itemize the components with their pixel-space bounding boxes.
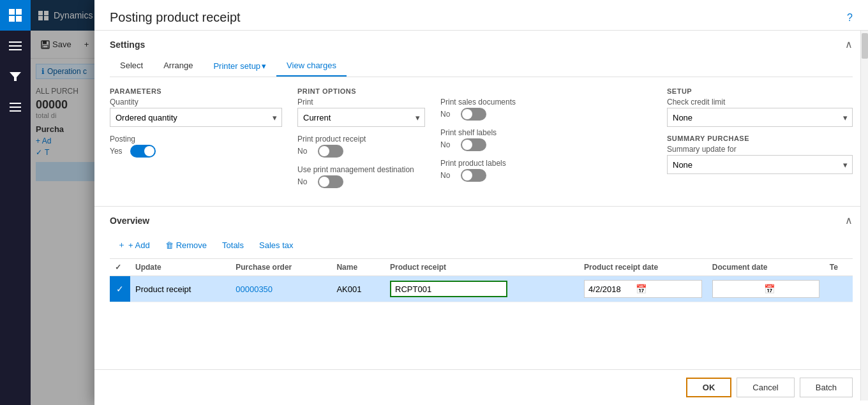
row-purchase-order[interactable]: 00000350 xyxy=(230,276,331,302)
posting-toggle-knob xyxy=(144,146,154,156)
settings-section: Settings ∧ Select Arrange Printer setup … xyxy=(94,31,868,207)
posting-field-row: Posting Yes xyxy=(110,135,282,158)
batch-button[interactable]: Batch xyxy=(800,378,853,397)
posting-field-label: Posting xyxy=(110,135,282,145)
remove-row-button[interactable]: 🗑 Remove xyxy=(158,237,214,253)
add-row-label: + Add xyxy=(128,240,150,250)
dialog-body: Settings ∧ Select Arrange Printer setup … xyxy=(94,31,868,369)
posting-toggle[interactable] xyxy=(130,145,156,158)
print-sales-toggle-row: No xyxy=(440,108,652,121)
print-select-wrapper[interactable]: Current After None xyxy=(297,108,425,127)
app-logo[interactable] xyxy=(0,0,31,31)
row-product-receipt-date-cell[interactable]: 📅 xyxy=(579,276,707,302)
overview-table: ✓ Update Purchase order Name Product rec… xyxy=(110,259,853,302)
svg-marker-7 xyxy=(10,72,21,81)
use-print-mgmt-toggle[interactable] xyxy=(318,175,343,188)
print-product-receipt-knob xyxy=(319,146,329,156)
product-receipt-date-input[interactable] xyxy=(588,284,633,294)
table-header: ✓ Update Purchase order Name Product rec… xyxy=(110,259,853,276)
dialog-footer: OK Cancel Batch xyxy=(94,369,868,405)
summary-update-label: Summary update for xyxy=(667,145,853,155)
filter-icon[interactable] xyxy=(0,61,31,92)
check-credit-limit-wrapper[interactable]: None Warning Error xyxy=(667,108,853,127)
check-credit-limit-select[interactable]: None Warning Error xyxy=(667,108,853,127)
print-select[interactable]: Current After None xyxy=(297,108,425,127)
tab-view-charges[interactable]: View charges xyxy=(276,55,347,77)
posting-toggle-label: Yes xyxy=(110,147,125,156)
document-date-field[interactable]: 📅 xyxy=(712,280,819,298)
svg-rect-1 xyxy=(16,9,22,15)
document-cal-icon[interactable]: 📅 xyxy=(764,284,775,294)
col-purchase-order: Purchase order xyxy=(230,259,331,276)
parameters-label: PARAMETERS xyxy=(110,87,282,98)
print-shelf-knob xyxy=(462,140,472,150)
print-sales-toggle[interactable] xyxy=(461,108,486,121)
sales-tax-label: Sales tax xyxy=(259,240,293,250)
print-sales-docs-row: Print sales documents No xyxy=(440,98,652,121)
col-update: Update xyxy=(130,259,230,276)
check-header-icon: ✓ xyxy=(115,263,121,272)
print-product-labels-row: Print product labels No xyxy=(440,159,652,182)
print-options-label: PRINT OPTIONS xyxy=(297,87,425,98)
overview-collapse-btn[interactable]: ∧ xyxy=(845,214,853,226)
col-product-receipt: Product receipt xyxy=(385,259,579,276)
settings-collapse-btn[interactable]: ∧ xyxy=(845,38,853,50)
sales-tax-button[interactable]: Sales tax xyxy=(251,237,301,253)
tab-printer-setup[interactable]: Printer setup ▾ xyxy=(203,55,276,77)
table-body: ✓ Product receipt 00000350 AK001 xyxy=(110,276,853,302)
svg-rect-3 xyxy=(16,16,22,22)
tab-select[interactable]: Select xyxy=(110,55,153,77)
print-product-receipt-label: Print product receipt xyxy=(297,135,425,145)
dialog-panel: Posting product receipt ? Settings ∧ Sel… xyxy=(94,0,868,405)
dialog-help-icon[interactable]: ? xyxy=(847,12,853,24)
plus-icon: ＋ xyxy=(117,239,126,251)
svg-rect-4 xyxy=(9,41,22,43)
print-shelf-toggle[interactable] xyxy=(461,138,486,151)
overview-header: Overview ∧ xyxy=(110,207,853,232)
summary-update-select[interactable]: None Invoice account xyxy=(667,155,853,174)
print-shelf-labels-row: Print shelf labels No xyxy=(440,128,652,151)
document-date-input[interactable] xyxy=(717,284,761,294)
print-product-labels-toggle[interactable] xyxy=(461,169,486,182)
quantity-select[interactable]: Ordered quantity Registered quantity Pic… xyxy=(110,108,282,127)
print-shelf-value: No xyxy=(440,140,456,149)
row-check-cell: ✓ xyxy=(110,276,130,302)
svg-rect-8 xyxy=(10,103,21,104)
totals-button[interactable]: Totals xyxy=(214,237,251,253)
dialog-overlay: Posting product receipt ? Settings ∧ Sel… xyxy=(31,0,868,405)
print-product-receipt-row: Print product receipt No xyxy=(297,135,425,158)
scrollbar[interactable] xyxy=(860,31,868,401)
settings-tabs: Select Arrange Printer setup ▾ View char… xyxy=(110,55,853,77)
print-product-labels-value: No xyxy=(440,171,456,180)
quantity-select-wrapper[interactable]: Ordered quantity Registered quantity Pic… xyxy=(110,108,282,127)
print-field-label: Print xyxy=(297,98,425,108)
check-credit-limit-row: Check credit limit None Warning Error xyxy=(667,98,853,127)
cancel-button[interactable]: Cancel xyxy=(737,378,794,397)
product-receipt-date-field[interactable]: 📅 xyxy=(584,280,702,298)
row-product-receipt-cell[interactable] xyxy=(385,276,579,302)
print-sales-docs-label: Print sales documents xyxy=(440,98,652,108)
ok-button[interactable]: OK xyxy=(686,378,732,397)
svg-rect-6 xyxy=(9,49,22,50)
row-te xyxy=(825,276,853,302)
product-receipt-input[interactable] xyxy=(390,281,507,297)
summary-update-wrapper[interactable]: None Invoice account xyxy=(667,155,853,174)
hamburger-icon[interactable] xyxy=(0,31,31,61)
table-row[interactable]: ✓ Product receipt 00000350 AK001 xyxy=(110,276,853,302)
add-row-button[interactable]: ＋ + Add xyxy=(110,237,158,253)
list-icon[interactable] xyxy=(0,92,31,122)
scrollbar-thumb[interactable] xyxy=(862,33,868,59)
check-credit-limit-label: Check credit limit xyxy=(667,98,853,108)
svg-rect-5 xyxy=(9,45,22,47)
remove-row-label: Remove xyxy=(176,240,207,250)
row-update: Product receipt xyxy=(130,276,230,302)
tab-arrange[interactable]: Arrange xyxy=(153,55,203,77)
dropdown-chevron-icon: ▾ xyxy=(262,61,266,71)
calendar-icon[interactable]: 📅 xyxy=(636,284,647,294)
print-product-receipt-toggle[interactable] xyxy=(318,145,343,158)
svg-rect-2 xyxy=(9,16,15,22)
summary-purchase-group: SUMMARY PURCHASE Summary update for None… xyxy=(667,135,853,174)
row-document-date-cell[interactable]: 📅 xyxy=(707,276,825,302)
purchase-order-link[interactable]: 00000350 xyxy=(236,284,273,294)
col-check: ✓ xyxy=(110,259,130,276)
